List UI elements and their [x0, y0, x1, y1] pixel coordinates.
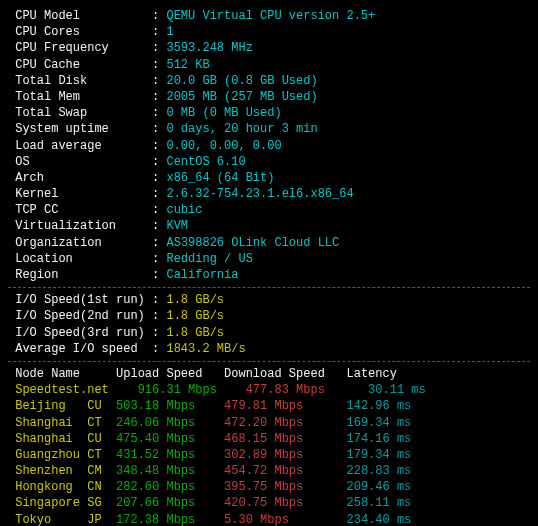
node-name: Tokyo	[8, 513, 87, 526]
sysinfo-label: System uptime	[8, 122, 152, 136]
node-name: Beijing	[8, 399, 87, 413]
node-tag	[109, 383, 138, 397]
upload-speed: 348.48 Mbps	[116, 464, 224, 478]
colon-separator: :	[152, 309, 166, 323]
io-row: I/O Speed(1st run) : 1.8 GB/s	[8, 292, 530, 308]
divider	[8, 287, 530, 288]
download-speed: 479.81 Mbps	[224, 399, 346, 413]
io-row: I/O Speed(3rd run) : 1.8 GB/s	[8, 325, 530, 341]
latency: 30.11 ms	[368, 383, 426, 397]
node-name: Guangzhou	[8, 448, 87, 462]
io-row: Average I/O speed : 1843.2 MB/s	[8, 341, 530, 357]
sysinfo-row: System uptime : 0 days, 20 hour 3 min	[8, 121, 530, 137]
colon-separator: :	[152, 293, 166, 307]
sysinfo-value: 20.0 GB (0.8 GB Used)	[166, 74, 317, 88]
io-label: I/O Speed(2nd run)	[8, 309, 152, 323]
colon-separator: :	[152, 203, 166, 217]
colon-separator: :	[152, 41, 166, 55]
sysinfo-row: Location : Redding / US	[8, 251, 530, 267]
node-name: Singapore	[8, 496, 87, 510]
header-node: Node Name	[8, 367, 116, 381]
node-name: Shanghai	[8, 432, 87, 446]
colon-separator: :	[152, 326, 166, 340]
sysinfo-row: CPU Model : QEMU Virtual CPU version 2.5…	[8, 8, 530, 24]
speedtest-row: Shanghai CT 246.06 Mbps 472.20 Mbps 169.…	[8, 415, 530, 431]
speedtest-row: Tokyo JP 172.38 Mbps 5.30 Mbps 234.40 ms	[8, 512, 530, 526]
colon-separator: :	[152, 252, 166, 266]
sysinfo-value: 2005 MB (257 MB Used)	[166, 90, 317, 104]
upload-speed: 207.66 Mbps	[116, 496, 224, 510]
sysinfo-row: Kernel : 2.6.32-754.23.1.el6.x86_64	[8, 186, 530, 202]
speedtest-block: Node Name Upload Speed Download Speed La…	[8, 366, 530, 526]
upload-speed: 282.60 Mbps	[116, 480, 224, 494]
colon-separator: :	[152, 122, 166, 136]
system-info-block: CPU Model : QEMU Virtual CPU version 2.5…	[8, 8, 530, 283]
latency: 174.16 ms	[346, 432, 411, 446]
divider	[8, 361, 530, 362]
speedtest-row: Shenzhen CM 348.48 Mbps 454.72 Mbps 228.…	[8, 463, 530, 479]
sysinfo-row: Region : California	[8, 267, 530, 283]
upload-speed: 246.06 Mbps	[116, 416, 224, 430]
header-download: Download Speed	[224, 367, 346, 381]
colon-separator: :	[152, 58, 166, 72]
io-label: Average I/O speed	[8, 342, 152, 356]
latency: 179.34 ms	[346, 448, 411, 462]
colon-separator: :	[152, 90, 166, 104]
sysinfo-value: Redding / US	[166, 252, 252, 266]
latency: 142.96 ms	[346, 399, 411, 413]
node-tag: SG	[87, 496, 116, 510]
sysinfo-row: Total Disk : 20.0 GB (0.8 GB Used)	[8, 73, 530, 89]
sysinfo-value: 1	[166, 25, 173, 39]
latency: 234.40 ms	[346, 513, 411, 526]
sysinfo-label: CPU Cache	[8, 58, 152, 72]
node-name: Shanghai	[8, 416, 87, 430]
upload-speed: 503.18 Mbps	[116, 399, 224, 413]
node-tag: JP	[87, 513, 116, 526]
colon-separator: :	[152, 342, 166, 356]
colon-separator: :	[152, 219, 166, 233]
io-value: 1.8 GB/s	[166, 309, 224, 323]
sysinfo-row: Arch : x86_64 (64 Bit)	[8, 170, 530, 186]
speedtest-row: Guangzhou CT 431.52 Mbps 302.89 Mbps 179…	[8, 447, 530, 463]
sysinfo-row: Total Mem : 2005 MB (257 MB Used)	[8, 89, 530, 105]
node-name: Speedtest.net	[8, 383, 109, 397]
io-speed-block: I/O Speed(1st run) : 1.8 GB/s I/O Speed(…	[8, 292, 530, 357]
node-tag: CT	[87, 448, 116, 462]
node-tag: CT	[87, 416, 116, 430]
download-speed: 395.75 Mbps	[224, 480, 346, 494]
sysinfo-label: Region	[8, 268, 152, 282]
sysinfo-value: 3593.248 MHz	[166, 41, 252, 55]
header-latency: Latency	[346, 367, 396, 381]
sysinfo-label: Virtualization	[8, 219, 152, 233]
colon-separator: :	[152, 268, 166, 282]
colon-separator: :	[152, 25, 166, 39]
sysinfo-row: Total Swap : 0 MB (0 MB Used)	[8, 105, 530, 121]
colon-separator: :	[152, 139, 166, 153]
speedtest-row: Beijing CU 503.18 Mbps 479.81 Mbps 142.9…	[8, 398, 530, 414]
sysinfo-label: CPU Frequency	[8, 41, 152, 55]
sysinfo-value: 2.6.32-754.23.1.el6.x86_64	[166, 187, 353, 201]
colon-separator: :	[152, 187, 166, 201]
sysinfo-row: CPU Cache : 512 KB	[8, 57, 530, 73]
sysinfo-label: CPU Cores	[8, 25, 152, 39]
colon-separator: :	[152, 9, 166, 23]
colon-separator: :	[152, 155, 166, 169]
download-speed: 472.20 Mbps	[224, 416, 346, 430]
io-label: I/O Speed(3rd run)	[8, 326, 152, 340]
sysinfo-value: 0 MB (0 MB Used)	[166, 106, 281, 120]
colon-separator: :	[152, 171, 166, 185]
speedtest-row: Speedtest.net 916.31 Mbps 477.83 Mbps 30…	[8, 382, 530, 398]
latency: 258.11 ms	[346, 496, 411, 510]
sysinfo-row: Virtualization : KVM	[8, 218, 530, 234]
io-value: 1.8 GB/s	[166, 326, 224, 340]
sysinfo-value: 512 KB	[166, 58, 209, 72]
sysinfo-value: AS398826 OLink Cloud LLC	[166, 236, 339, 250]
speedtest-row: Hongkong CN 282.60 Mbps 395.75 Mbps 209.…	[8, 479, 530, 495]
sysinfo-row: CPU Cores : 1	[8, 24, 530, 40]
sysinfo-value: California	[166, 268, 238, 282]
sysinfo-row: CPU Frequency : 3593.248 MHz	[8, 40, 530, 56]
speedtest-header: Node Name Upload Speed Download Speed La…	[8, 366, 530, 382]
io-value: 1.8 GB/s	[166, 293, 224, 307]
download-speed: 468.15 Mbps	[224, 432, 346, 446]
speedtest-row: Singapore SG 207.66 Mbps 420.75 Mbps 258…	[8, 495, 530, 511]
